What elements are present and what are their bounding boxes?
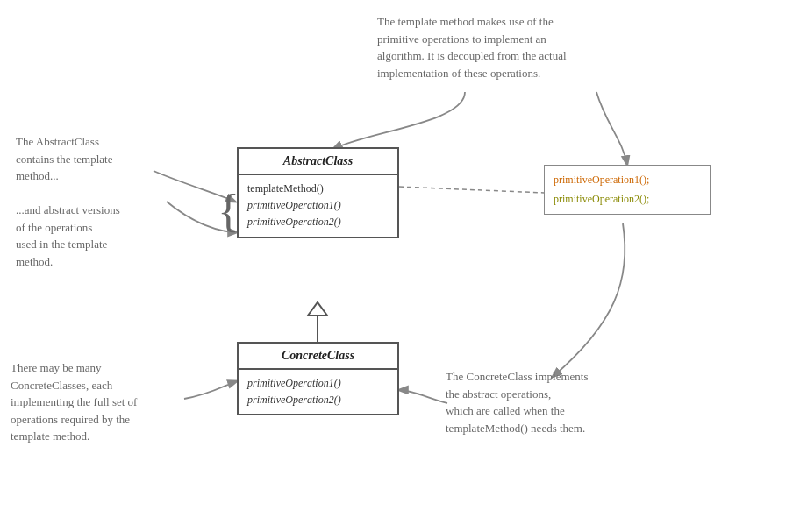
abstract-method-op1: primitiveOperation1() — [247, 197, 389, 214]
diagram-container: AbstractClass templateMethod() primitive… — [0, 0, 800, 532]
right-bottom-annotation: The ConcreteClass implements the abstrac… — [446, 368, 588, 436]
top-annotation: The template method makes use of the pri… — [377, 13, 567, 82]
left-bottom-annotation: There may be many ConcreteClasses, each … — [11, 359, 137, 445]
abstract-class-box: AbstractClass templateMethod() primitive… — [237, 147, 399, 238]
concrete-method-op2: primitiveOperation2() — [247, 392, 389, 408]
svg-line-0 — [399, 187, 544, 193]
abstract-method-template: templateMethod() — [247, 181, 389, 197]
abstract-method-op2: primitiveOperation2() — [247, 214, 389, 231]
concrete-class-title: ConcreteClass — [239, 344, 397, 370]
concrete-class-box: ConcreteClass primitiveOperation1() prim… — [237, 342, 399, 415]
concrete-class-body: primitiveOperation1() primitiveOperation… — [239, 370, 397, 414]
abstract-class-title: AbstractClass — [239, 149, 397, 175]
left-top-annotation: The AbstractClass contains the template … — [16, 133, 120, 270]
call-op1: primitiveOperation1(); — [554, 171, 701, 190]
call-box-body: primitiveOperation1(); primitiveOperatio… — [545, 166, 710, 214]
call-op2: primitiveOperation2(); — [554, 190, 701, 209]
concrete-method-op1: primitiveOperation1() — [247, 375, 389, 392]
abstract-class-body: templateMethod() primitiveOperation1() p… — [239, 175, 397, 237]
svg-marker-2 — [308, 302, 327, 316]
call-box: primitiveOperation1(); primitiveOperatio… — [544, 165, 711, 215]
curly-brace: } — [218, 188, 239, 234]
